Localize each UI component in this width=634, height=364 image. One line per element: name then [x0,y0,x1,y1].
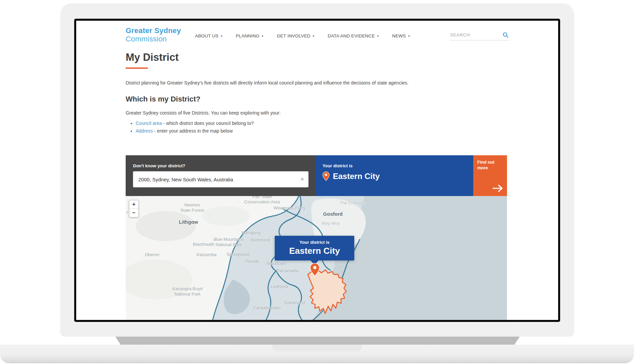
logo-line-2: Commission [126,35,181,43]
laptop-screen: Greater Sydney Commission ABOUT US ▾ PLA… [60,3,574,337]
map-district-popup: Your district is Eastern City [275,236,354,260]
section-intro: Greater Sydney consists of five District… [126,110,281,116]
nav-item-get-involved[interactable]: GET INVOLVED ▾ [277,33,314,38]
popup-label: Your district is [275,240,354,245]
search-icon[interactable] [502,32,509,38]
address-prompt: Don't know your district? [133,163,308,168]
district-map[interactable]: + − Your district is Eastern City Parr S… [126,196,507,320]
nav-label: ABOUT US [195,33,218,38]
nav-label: GET INVOLVED [277,33,310,38]
find-out-more-button[interactable]: Find out more [473,155,507,196]
main-nav: ABOUT US ▾ PLANNING ▾ GET INVOLVED ▾ D [195,33,410,38]
intro-paragraph: District planning for Greater Sydney's f… [126,80,477,85]
list-item: Council area - which district does your … [136,120,254,127]
nav-label: PLANNING [236,33,260,38]
result-label: Your district is [323,163,467,168]
explore-list: Council area - which district does your … [126,120,254,135]
zoom-in-button[interactable]: + [129,200,138,209]
arrow-right-icon [492,184,504,193]
nav-item-about-us[interactable]: ABOUT US ▾ [195,33,222,38]
site-logo[interactable]: Greater Sydney Commission [126,27,181,43]
nav-item-data-and-evidence[interactable]: DATA AND EVIDENCE ▾ [328,33,379,38]
nav-item-news[interactable]: NEWS ▾ [392,33,410,38]
nav-label: DATA AND EVIDENCE [328,33,375,38]
map-pin-icon [310,263,320,276]
browser-page: Greater Sydney Commission ABOUT US ▾ PLA… [76,21,558,320]
list-item-text: - which district does your council belon… [162,121,254,126]
zoom-out-button[interactable]: − [129,209,138,217]
laptop-base [0,345,634,363]
clear-icon[interactable]: × [297,176,304,182]
district-name: Eastern City [333,172,380,181]
site-header: Greater Sydney Commission ABOUT US ▾ PLA… [126,27,509,43]
location-pin-icon [323,171,330,181]
district-finder-bar: Don't know your district? × Your distric… [126,155,507,196]
address-input[interactable] [138,176,297,183]
address-link[interactable]: Address [136,128,153,134]
list-item: Address - enter your address in the map … [136,127,254,135]
district-row: Eastern City [323,171,467,181]
list-item-text: - enter your address in the map below [153,128,233,134]
laptop-hinge [115,337,520,345]
nav-item-planning[interactable]: PLANNING ▾ [236,33,263,38]
address-search-panel: Don't know your district? × [126,155,316,196]
page-title: My District [126,51,178,63]
chevron-down-icon: ▾ [221,34,223,38]
title-underline [126,67,148,69]
popup-district-name: Eastern City [275,246,354,256]
nav-label: NEWS [392,33,406,38]
district-result-panel: Your district is Eastern City [316,155,473,196]
laptop-bezel: Greater Sydney Commission ABOUT US ▾ PLA… [74,19,560,322]
chevron-down-icon: ▾ [377,34,379,38]
section-heading: Which is my District? [126,95,201,104]
logo-line-1: Greater Sydney [126,27,181,35]
chevron-down-icon: ▾ [408,34,410,38]
search-input[interactable] [450,32,502,38]
map-zoom-control: + − [129,200,139,217]
chevron-down-icon: ▾ [313,34,314,38]
council-area-link[interactable]: Council area [136,121,162,126]
laptop-base-notch [272,345,362,351]
chevron-down-icon: ▾ [262,34,263,38]
address-input-wrap: × [133,171,308,187]
find-out-more-label: Find out more [477,160,504,171]
search-box [450,32,509,40]
screenshot-canvas: Greater Sydney Commission ABOUT US ▾ PLA… [0,0,634,364]
